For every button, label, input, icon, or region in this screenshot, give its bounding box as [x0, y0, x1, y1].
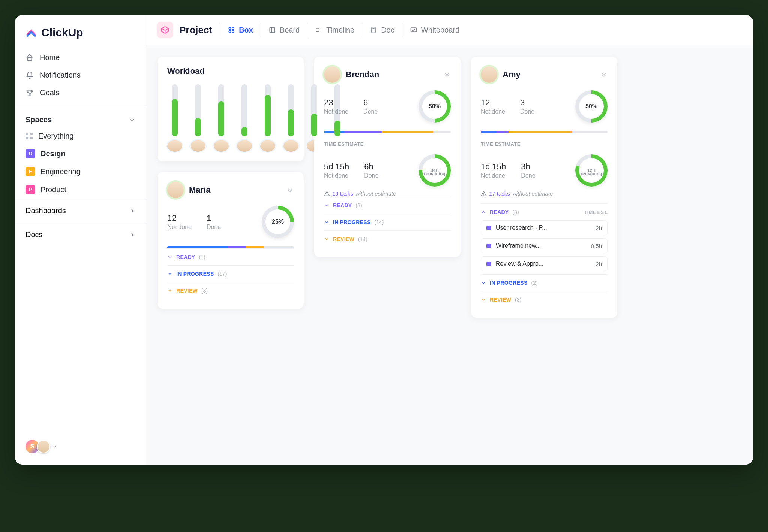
time-donut: 34Hremaining: [418, 154, 451, 187]
progress-segment: [572, 131, 608, 133]
nav-bell[interactable]: Notifications: [15, 66, 146, 84]
menu-docs[interactable]: Docs: [15, 223, 146, 247]
person-card-amy: Amy 12Not done 3Done 50% TIME ESTIMATE 1…: [471, 57, 617, 318]
task-title: Wireframe new...: [496, 242, 541, 249]
warning-suffix: without estimate: [356, 190, 396, 197]
menu-dashboards[interactable]: Dashboards: [15, 199, 146, 223]
warning-link[interactable]: 17 tasks: [489, 190, 510, 197]
progress-bar: [481, 131, 608, 133]
space-label: Engineering: [40, 167, 81, 176]
person-name: Brendan: [346, 70, 379, 79]
status-group-in progress[interactable]: IN PROGRESS (2): [481, 274, 608, 291]
progress-segment: [264, 246, 294, 248]
card-menu-icon[interactable]: [443, 71, 451, 78]
brand-name: ClickUp: [41, 26, 83, 39]
progress-bar: [324, 131, 451, 133]
status-group-review[interactable]: REVIEW (8): [167, 282, 294, 299]
bar-track: [288, 84, 294, 136]
nav-home[interactable]: Home: [15, 49, 146, 66]
profile-avatar-photo: [37, 440, 50, 453]
status-group-review[interactable]: REVIEW (3): [481, 291, 608, 308]
warning-link[interactable]: 19 tasks: [332, 190, 353, 197]
clickup-logo-icon: [26, 27, 37, 38]
task-estimate: 2h: [596, 261, 602, 267]
profile-switcher[interactable]: S: [15, 432, 146, 465]
bar-fill: [242, 127, 248, 136]
space-engineering[interactable]: EEngineering: [15, 163, 146, 181]
task-stats: 12Not done 1Done 25%: [167, 206, 294, 238]
bar-fill: [218, 101, 224, 137]
chevron-down-icon: [167, 254, 172, 260]
space-design[interactable]: DDesign: [15, 145, 146, 163]
task-stats: 12Not done 3Done 50%: [481, 90, 608, 123]
stat-done: 1Done: [207, 213, 221, 230]
group-label: READY: [490, 209, 509, 215]
status-group-review[interactable]: REVIEW (14): [324, 230, 451, 247]
bar-track: [311, 84, 317, 136]
app-window: ClickUp Home Notifications Goals Spaces …: [15, 15, 753, 465]
bar-fill: [311, 114, 317, 136]
card-menu-icon[interactable]: [600, 71, 608, 78]
tab-board[interactable]: Board: [261, 23, 307, 37]
space-everything[interactable]: Everything: [15, 128, 146, 145]
spaces-header[interactable]: Spaces: [15, 107, 146, 128]
bell-icon: [26, 71, 34, 79]
svg-rect-5: [270, 27, 274, 32]
workload-bars: [167, 84, 294, 152]
progress-segment: [246, 246, 264, 248]
workload-member-1[interactable]: [167, 84, 182, 152]
member-avatar: [190, 140, 206, 152]
group-label: REVIEW: [176, 288, 198, 294]
tab-label: Doc: [381, 26, 394, 34]
bar-track: [242, 84, 248, 136]
task-status-square: [486, 262, 491, 266]
status-group-ready[interactable]: READY (1): [167, 248, 294, 265]
tab-doc[interactable]: Doc: [362, 23, 402, 37]
status-group-in progress[interactable]: IN PROGRESS (17): [167, 265, 294, 282]
workload-member-5[interactable]: [260, 84, 275, 152]
tab-timeline[interactable]: Timeline: [307, 23, 362, 37]
tab-box[interactable]: Box: [220, 23, 261, 37]
stat-time-not-done: 1d 15hNot done: [481, 162, 506, 179]
group-count: (17): [218, 271, 227, 277]
nav-label: Home: [40, 53, 60, 62]
nav-label: Goals: [40, 88, 59, 97]
workload-member-2[interactable]: [190, 84, 206, 152]
workload-member-6[interactable]: [284, 84, 298, 152]
person-name: Amy: [502, 70, 520, 79]
chevron-right-icon: [129, 232, 135, 238]
svg-rect-4: [232, 31, 234, 33]
group-count: (2): [531, 280, 538, 286]
task-row[interactable]: User research - P... 2h: [481, 220, 608, 235]
task-estimate: 0.5h: [591, 243, 602, 249]
card-menu-icon[interactable]: [286, 186, 294, 194]
box-icon: [228, 26, 235, 34]
card-header: Amy: [481, 66, 608, 83]
space-badge: D: [26, 149, 35, 158]
person-avatar: [481, 66, 497, 83]
person-name: Maria: [189, 185, 210, 195]
progress-segment: [496, 131, 509, 133]
progress-segment: [481, 131, 496, 133]
estimate-warning: 19 tasks without estimate: [324, 190, 451, 197]
bar-track: [172, 84, 178, 136]
space-badge: P: [26, 185, 35, 194]
task-row[interactable]: Wireframe new... 0.5h: [481, 238, 608, 253]
task-title: User research - P...: [496, 224, 547, 231]
member-avatar: [237, 140, 252, 152]
member-avatar: [167, 140, 182, 152]
space-label: Everything: [38, 132, 74, 140]
task-row[interactable]: Review & Appro... 2h: [481, 256, 608, 271]
nav-trophy[interactable]: Goals: [15, 84, 146, 102]
space-product[interactable]: PProduct: [15, 181, 146, 199]
tab-whiteboard[interactable]: Whiteboard: [402, 23, 467, 37]
person-avatar: [324, 66, 340, 83]
status-group-ready[interactable]: READY (8): [324, 197, 451, 214]
spaces-list: Everything DDesign EEngineering PProduct: [15, 128, 146, 199]
workload-member-3[interactable]: [214, 84, 229, 152]
workload-member-4[interactable]: [237, 84, 252, 152]
status-group-in progress[interactable]: IN PROGRESS (14): [324, 214, 451, 230]
status-group-ready[interactable]: READY (8) TIME EST.: [481, 203, 608, 220]
progress-bar: [167, 246, 294, 248]
svg-rect-0: [28, 57, 32, 60]
